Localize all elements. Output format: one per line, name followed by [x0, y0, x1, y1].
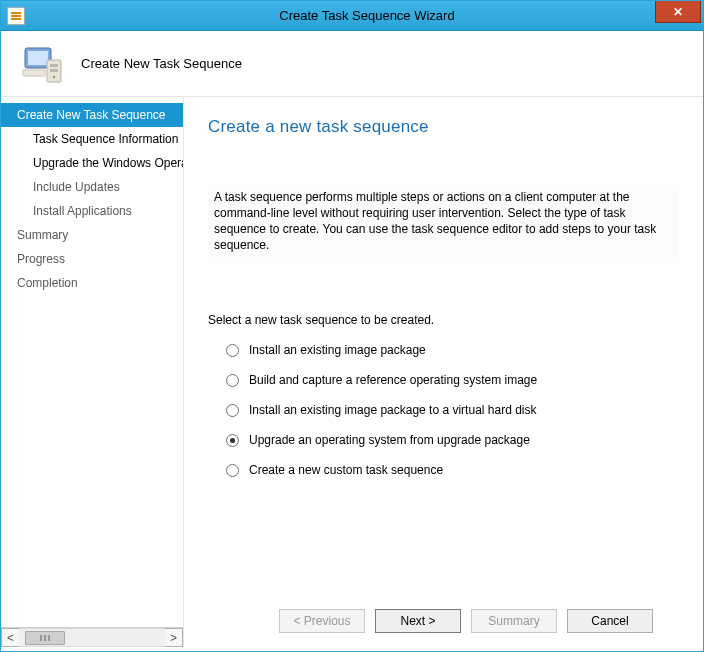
nav-item-label: Upgrade the Windows Operating System: [33, 156, 183, 170]
nav-item-7[interactable]: Completion: [1, 271, 183, 295]
wizard-header: Create New Task Sequence: [1, 31, 703, 97]
nav-item-label: Include Updates: [33, 180, 120, 194]
radio-icon: [226, 434, 239, 447]
options-group: Install an existing image packageBuild a…: [208, 343, 679, 477]
scroll-thumb[interactable]: [25, 631, 65, 645]
scroll-track[interactable]: [19, 628, 165, 647]
option-2[interactable]: Install an existing image package to a v…: [226, 403, 679, 417]
titlebar[interactable]: Create Task Sequence Wizard ✕: [1, 1, 703, 31]
wizard-window: Create Task Sequence Wizard ✕ Create New…: [0, 0, 704, 652]
option-4[interactable]: Create a new custom task sequence: [226, 463, 679, 477]
scroll-left-button[interactable]: <: [1, 628, 19, 647]
nav-item-label: Completion: [17, 276, 78, 290]
chevron-left-icon: <: [7, 631, 14, 645]
option-label: Build and capture a reference operating …: [249, 373, 537, 387]
close-button[interactable]: ✕: [655, 1, 701, 23]
page-title: Create a new task sequence: [208, 117, 679, 137]
next-button[interactable]: Next >: [375, 609, 461, 633]
nav-item-1[interactable]: Task Sequence Information: [1, 127, 183, 151]
option-label: Upgrade an operating system from upgrade…: [249, 433, 530, 447]
chevron-right-icon: >: [170, 631, 177, 645]
option-label: Create a new custom task sequence: [249, 463, 443, 477]
radio-icon: [226, 404, 239, 417]
svg-rect-3: [50, 64, 58, 67]
content-pane: Create a new task sequence A task sequen…: [184, 97, 703, 647]
nav-item-label: Summary: [17, 228, 68, 242]
nav-item-4[interactable]: Install Applications: [1, 199, 183, 223]
svg-rect-4: [50, 69, 58, 72]
app-icon: [7, 7, 25, 25]
nav-item-3[interactable]: Include Updates: [1, 175, 183, 199]
sidebar: Create New Task SequenceTask Sequence In…: [1, 97, 184, 647]
scroll-right-button[interactable]: >: [165, 628, 183, 647]
svg-rect-6: [23, 70, 45, 76]
option-1[interactable]: Build and capture a reference operating …: [226, 373, 679, 387]
svg-point-5: [53, 75, 55, 77]
computer-icon: [19, 40, 67, 88]
horizontal-scrollbar[interactable]: < >: [1, 627, 183, 647]
cancel-button[interactable]: Cancel: [567, 609, 653, 633]
radio-icon: [226, 374, 239, 387]
radio-icon: [226, 344, 239, 357]
nav-item-0[interactable]: Create New Task Sequence: [1, 103, 183, 127]
nav-item-label: Progress: [17, 252, 65, 266]
summary-button: Summary: [471, 609, 557, 633]
svg-rect-1: [28, 51, 48, 65]
nav-item-2[interactable]: Upgrade the Windows Operating System: [1, 151, 183, 175]
wizard-body: Create New Task SequenceTask Sequence In…: [1, 97, 703, 647]
option-3[interactable]: Upgrade an operating system from upgrade…: [226, 433, 679, 447]
wizard-header-text: Create New Task Sequence: [81, 56, 242, 71]
option-label: Install an existing image package to a v…: [249, 403, 537, 417]
radio-icon: [226, 464, 239, 477]
wizard-footer: < Previous Next > Summary Cancel: [208, 593, 679, 647]
nav-list: Create New Task SequenceTask Sequence In…: [1, 97, 183, 627]
close-icon: ✕: [673, 5, 683, 19]
previous-button: < Previous: [279, 609, 365, 633]
option-0[interactable]: Install an existing image package: [226, 343, 679, 357]
nav-item-6[interactable]: Progress: [1, 247, 183, 271]
description-text: A task sequence performs multiple steps …: [208, 185, 679, 263]
option-label: Install an existing image package: [249, 343, 426, 357]
nav-item-label: Install Applications: [33, 204, 132, 218]
nav-item-5[interactable]: Summary: [1, 223, 183, 247]
select-prompt: Select a new task sequence to be created…: [208, 313, 679, 327]
window-title: Create Task Sequence Wizard: [31, 8, 703, 23]
nav-item-label: Create New Task Sequence: [17, 108, 166, 122]
nav-item-label: Task Sequence Information: [33, 132, 178, 146]
